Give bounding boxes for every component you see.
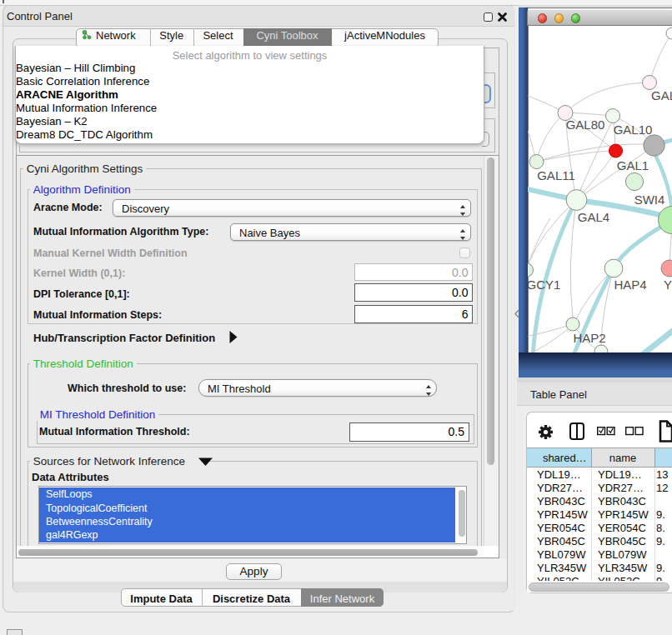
svg-text:HAP2: HAP2: [573, 331, 605, 345]
svg-text:GAL1: GAL1: [617, 158, 649, 172]
svg-text:GAL: GAL: [651, 88, 672, 102]
svg-text:GAL11: GAL11: [537, 168, 575, 182]
svg-text:GAL4: GAL4: [578, 210, 609, 224]
svg-text:GCY1: GCY1: [528, 278, 560, 292]
svg-text:GAL80: GAL80: [566, 118, 605, 132]
svg-text:SWI4: SWI4: [634, 192, 665, 207]
svg-text:GAL10: GAL10: [614, 122, 653, 137]
svg-text:Y: Y: [664, 278, 672, 292]
svg-text:HAP4: HAP4: [614, 278, 646, 292]
